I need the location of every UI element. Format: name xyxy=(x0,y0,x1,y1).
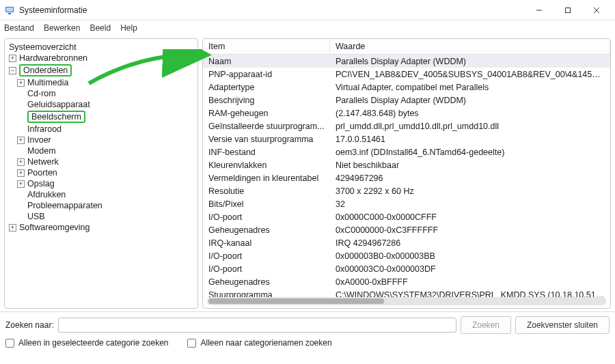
tree-label: Cd-rom xyxy=(27,89,56,98)
svg-rect-2 xyxy=(8,13,11,14)
list-row[interactable]: Geheugenadres0xA0000-0xBFFFF xyxy=(203,275,610,288)
checkbox-icon xyxy=(5,339,14,348)
tree-storage[interactable]: +Opslag xyxy=(8,178,195,189)
list-row[interactable]: KleurenvlakkenNiet beschikbaar xyxy=(203,158,610,171)
checkbox-selected-category[interactable]: Alleen in geselecteerde categorie zoeken xyxy=(5,338,168,348)
tree-cdrom[interactable]: Cd-rom xyxy=(8,88,195,99)
list-row[interactable]: Geïnstalleerde stuurprogram...prl_umdd.d… xyxy=(203,120,610,132)
list-row[interactable]: PNP-apparaat-idPCI\VEN_1AB8&DEV_4005&SUB… xyxy=(203,68,610,81)
window-controls xyxy=(525,1,611,20)
tree-display[interactable]: Beeldscherm xyxy=(8,110,195,124)
tree-label: Probleemapparaten xyxy=(27,201,102,210)
tree-label: Opslag xyxy=(27,179,55,188)
content-area: Systeemoverzicht +Hardwarebronnen −Onder… xyxy=(0,36,615,311)
list-row[interactable]: Geheugenadres0xC0000000-0xC3FFFFFF xyxy=(203,223,610,236)
horizontal-scrollbar[interactable] xyxy=(207,297,606,305)
expand-icon[interactable]: + xyxy=(9,55,16,62)
tree-label: Poorten xyxy=(27,168,57,178)
column-header-value[interactable]: Waarde xyxy=(330,39,610,54)
cell-value: IRQ 4294967286 xyxy=(330,238,610,249)
cell-value: 0xA0000-0xBFFFF xyxy=(330,277,610,288)
tree-panel[interactable]: Systeemoverzicht +Hardwarebronnen −Onder… xyxy=(4,38,198,309)
checkbox-label: Alleen in geselecteerde categorie zoeken xyxy=(18,338,168,348)
cell-item: Resolutie xyxy=(203,186,330,197)
minimize-button[interactable] xyxy=(525,1,554,20)
tree-label: Netwerk xyxy=(27,157,59,167)
expand-icon[interactable]: + xyxy=(17,158,25,166)
list-row[interactable]: Versie van stuurprogramma17.0.0.51461 xyxy=(203,132,610,145)
cell-item: RAM-geheugen xyxy=(203,108,330,119)
cell-item: Naam xyxy=(203,56,330,67)
cell-value: 0x0000C000-0x0000CFFF xyxy=(330,212,610,223)
expand-icon[interactable]: + xyxy=(9,224,16,232)
cell-value: Parallels Display Adapter (WDDM) xyxy=(330,56,610,67)
cell-item: Kleurenvlakken xyxy=(203,160,330,171)
tree-label: Afdrukken xyxy=(27,190,66,199)
list-header: Item Waarde xyxy=(203,39,610,55)
close-button[interactable] xyxy=(582,1,611,20)
column-header-item[interactable]: Item xyxy=(203,39,330,54)
tree-ports[interactable]: +Poorten xyxy=(8,167,195,178)
tree-label: Geluidsapparaat xyxy=(27,100,90,109)
menu-edit[interactable]: Bewerken xyxy=(44,23,80,33)
search-button[interactable]: Zoeken xyxy=(461,316,511,334)
search-input[interactable] xyxy=(58,318,456,333)
expand-icon[interactable]: + xyxy=(17,169,25,177)
list-row[interactable]: Bits/Pixel32 xyxy=(203,197,610,210)
cell-item: Beschrijving xyxy=(203,95,330,106)
cell-item: IRQ-kanaal xyxy=(203,238,330,249)
checkbox-icon xyxy=(187,339,196,348)
checkbox-category-names[interactable]: Alleen naar categorienamen zoeken xyxy=(187,338,331,348)
tree-label: Modem xyxy=(27,146,56,156)
list-row[interactable]: NaamParallels Display Adapter (WDDM) xyxy=(203,55,610,68)
list-row[interactable]: I/O-poort0x000003C0-0x000003DF xyxy=(203,262,610,275)
cell-item: I/O-poort xyxy=(203,212,330,223)
list-row[interactable]: Resolutie3700 x 2292 x 60 Hz xyxy=(203,184,610,197)
list-row[interactable]: Vermeldingen in kleurentabel4294967296 xyxy=(203,171,610,184)
window-title: Systeeminformatie xyxy=(19,5,87,15)
cell-item: Geheugenadres xyxy=(203,225,330,236)
tree-components[interactable]: −Onderdelen xyxy=(8,64,195,77)
tree-network[interactable]: +Netwerk xyxy=(8,156,195,167)
tree-software-env[interactable]: +Softwareomgeving xyxy=(8,222,195,233)
list-row[interactable]: INF-bestandoem3.inf (DDInstall64_6.NTamd… xyxy=(203,145,610,158)
list-row[interactable]: RAM-geheugen(2.147.483.648) bytes xyxy=(203,107,610,120)
menu-view[interactable]: Beeld xyxy=(90,23,111,33)
tree-label: Infrarood xyxy=(27,124,62,134)
menu-file[interactable]: Bestand xyxy=(4,23,34,33)
cell-item: INF-bestand xyxy=(203,147,330,158)
collapse-icon[interactable]: − xyxy=(9,67,16,74)
tree-label: Multimedia xyxy=(27,78,68,87)
cell-item: Adaptertype xyxy=(203,82,330,93)
search-bar: Zoeken naar: Zoeken Zoekvenster sluiten … xyxy=(0,311,615,350)
expand-icon[interactable]: + xyxy=(17,180,25,188)
list-row[interactable]: I/O-poort0x0000C000-0x0000CFFF xyxy=(203,210,610,223)
tree-multimedia[interactable]: +Multimedia xyxy=(8,77,195,88)
list-row[interactable]: IRQ-kanaalIRQ 4294967286 xyxy=(203,236,610,249)
svg-rect-1 xyxy=(6,8,13,12)
tree-modem[interactable]: Modem xyxy=(8,145,195,156)
close-search-button[interactable]: Zoekvenster sluiten xyxy=(515,316,610,334)
tree-input[interactable]: +Invoer xyxy=(8,135,195,145)
scrollbar-thumb[interactable] xyxy=(208,298,384,304)
expand-icon[interactable]: + xyxy=(17,137,25,144)
tree-label: Hardwarebronnen xyxy=(19,53,87,63)
tree-problem-devices[interactable]: Probleemapparaten xyxy=(8,200,195,211)
cell-value: 0x000003B0-0x000003BB xyxy=(330,251,610,262)
cell-value: Virtual Adapter, compatibel met Parallel… xyxy=(330,82,610,93)
expand-icon[interactable]: + xyxy=(17,79,25,87)
tree-sound[interactable]: Geluidsapparaat xyxy=(8,99,195,110)
tree-hardware[interactable]: +Hardwarebronnen xyxy=(8,53,195,64)
tree-infrared[interactable]: Infrarood xyxy=(8,124,195,135)
menu-help[interactable]: Help xyxy=(120,23,137,33)
tree-printing[interactable]: Afdrukken xyxy=(8,189,195,200)
tree-usb[interactable]: USB xyxy=(8,211,195,222)
list-row[interactable]: AdaptertypeVirtual Adapter, compatibel m… xyxy=(203,81,610,94)
maximize-button[interactable] xyxy=(554,1,582,20)
tree-label: Systeemoverzicht xyxy=(9,42,77,52)
list-row[interactable]: I/O-poort0x000003B0-0x000003BB xyxy=(203,249,610,262)
tree-root[interactable]: Systeemoverzicht xyxy=(8,42,195,53)
list-row[interactable]: BeschrijvingParallels Display Adapter (W… xyxy=(203,94,610,107)
cell-item: I/O-poort xyxy=(203,251,330,262)
details-panel[interactable]: Item Waarde NaamParallels Display Adapte… xyxy=(202,38,611,309)
